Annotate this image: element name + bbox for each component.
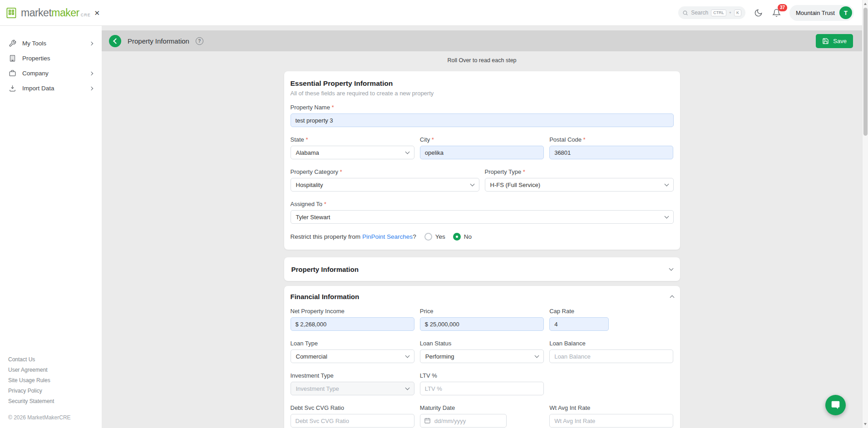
restrict-no-radio[interactable] xyxy=(453,233,461,241)
state-select[interactable]: Alabama xyxy=(291,146,414,159)
dark-mode-toggle[interactable] xyxy=(753,8,764,18)
chevron-left-icon xyxy=(113,38,119,44)
field-ltv: LTV % xyxy=(420,372,544,395)
search-input[interactable]: Search CTRL + K xyxy=(678,6,745,19)
field-property-type: Property Type H-FS (Full Service) xyxy=(485,168,674,192)
form-row: Net Property Income Price Cap Rate xyxy=(291,308,674,331)
marketmaker-logo[interactable]: marketmakerCRE xyxy=(5,7,91,19)
footer-link-privacy-policy[interactable]: Privacy Policy xyxy=(8,388,94,394)
property-category-select[interactable]: Hospitality xyxy=(291,178,479,192)
scrollbar-thumb[interactable] xyxy=(863,8,868,136)
chevron-right-icon xyxy=(89,71,93,75)
financial-information-card: Financial Information Net Property Incom… xyxy=(284,286,680,428)
building-icon xyxy=(9,54,16,62)
chevron-down-icon xyxy=(405,354,409,358)
loan-type-select[interactable]: Commercial xyxy=(291,349,414,363)
restrict-yes-label: Yes xyxy=(435,233,445,240)
header-actions: Search CTRL + K 37 Mountain Trust T xyxy=(678,5,854,21)
sidebar-item-label: Company xyxy=(22,70,84,77)
notification-badge: 37 xyxy=(778,4,787,11)
debt-svc-cvg-ratio-input[interactable] xyxy=(291,414,414,428)
chat-widget-button[interactable] xyxy=(825,395,846,415)
chat-bubble-icon xyxy=(831,400,840,410)
field-property-category: Property Category Hospitality xyxy=(291,168,479,192)
restrict-no-label: No xyxy=(464,233,472,240)
moon-icon xyxy=(754,9,763,17)
kbd-plus: + xyxy=(729,10,731,15)
scrollbar-down-arrow[interactable] xyxy=(863,421,868,427)
sidebar-item-company[interactable]: Company xyxy=(0,66,102,81)
loan-status-label: Loan Status xyxy=(420,340,544,347)
footer-link-contact-us[interactable]: Contact Us xyxy=(8,356,94,363)
property-type-select[interactable]: H-FS (Full Service) xyxy=(485,178,674,192)
form-row: Property Category Hospitality Property T… xyxy=(291,168,674,192)
net-property-income-input[interactable] xyxy=(291,317,414,331)
city-input[interactable] xyxy=(420,146,544,159)
form-row: Property Name xyxy=(291,104,674,127)
essential-property-card: Essential Property Information All of th… xyxy=(284,71,680,250)
loan-balance-input[interactable] xyxy=(549,349,673,363)
kbd-k: K xyxy=(734,10,741,16)
property-name-input[interactable] xyxy=(291,113,674,127)
property-type-label: Property Type xyxy=(485,168,674,175)
import-icon xyxy=(9,84,16,92)
chevron-down-icon xyxy=(470,182,474,187)
copyright: © 2026 MarketMakerCRE xyxy=(8,414,94,421)
search-placeholder: Search xyxy=(691,10,708,16)
notifications-button[interactable]: 37 xyxy=(771,8,782,18)
save-button[interactable]: Save xyxy=(816,34,853,48)
wt-avg-int-rate-input[interactable] xyxy=(549,414,673,428)
logo-text-market: market xyxy=(21,7,51,19)
restrict-text: Restrict this property from xyxy=(291,233,361,240)
sidebar-footer: Contact Us User Agreement Site Usage Rul… xyxy=(0,356,102,421)
investment-type-select[interactable]: Investment Type xyxy=(291,382,414,395)
state-label: State xyxy=(291,136,414,143)
price-input[interactable] xyxy=(420,317,544,331)
essential-card-subtitle: All of these fields are required to crea… xyxy=(291,90,674,97)
postal-code-label: Postal Code xyxy=(549,136,673,143)
logo-building-icon xyxy=(5,7,18,19)
sidebar-item-properties[interactable]: Properties xyxy=(0,51,102,66)
footer-link-site-usage-rules[interactable]: Site Usage Rules xyxy=(8,377,94,384)
maturity-date-wrapper xyxy=(420,414,507,428)
field-postal-code: Postal Code xyxy=(549,136,673,159)
footer-link-user-agreement[interactable]: User Agreement xyxy=(8,367,94,373)
back-button[interactable] xyxy=(109,35,121,47)
property-information-section-header[interactable]: Property Information xyxy=(284,257,680,281)
debt-svc-cvg-ratio-label: Debt Svc CVG Ratio xyxy=(291,404,414,411)
field-state: State Alabama xyxy=(291,136,414,159)
field-loan-type: Loan Type Commercial xyxy=(291,340,414,363)
logo-text-cre: CRE xyxy=(81,13,91,17)
rollover-hint: Roll Over to read each step xyxy=(447,57,516,64)
save-icon xyxy=(822,38,829,44)
assigned-to-label: Assigned To xyxy=(291,201,674,207)
cap-rate-input[interactable] xyxy=(549,317,609,331)
kbd-ctrl: CTRL xyxy=(711,10,726,16)
assigned-to-select[interactable]: Tyler Stewart xyxy=(291,210,674,224)
chevron-down-icon xyxy=(669,266,673,271)
page-title: Property Information xyxy=(128,37,189,45)
account-menu-button[interactable]: Mountain Trust T xyxy=(789,5,854,21)
loan-status-select[interactable]: Performing xyxy=(420,349,544,363)
scrollbar-up-arrow[interactable] xyxy=(863,1,868,7)
property-category-label: Property Category xyxy=(291,168,479,175)
postal-code-input[interactable] xyxy=(549,146,673,159)
pinpoint-searches-link[interactable]: PinPoint Searches xyxy=(362,233,413,240)
sidebar-item-my-tools[interactable]: My Tools xyxy=(0,36,102,51)
main-scroll-region[interactable]: Roll Over to read each step Essential Pr… xyxy=(102,51,862,428)
field-assigned-to: Assigned To Tyler Stewart xyxy=(291,201,674,224)
field-loan-status: Loan Status Performing xyxy=(420,340,544,363)
ltv-input[interactable] xyxy=(420,382,544,395)
restrict-yes-radio[interactable] xyxy=(424,233,432,241)
close-menu-icon[interactable]: ✕ xyxy=(92,8,102,18)
top-header: marketmakerCRE ✕ Search CTRL + K xyxy=(0,0,862,26)
financial-section-header[interactable]: Financial Information xyxy=(291,293,674,300)
field-property-name: Property Name xyxy=(291,104,674,127)
help-icon[interactable]: ? xyxy=(196,37,203,45)
restrict-row: Restrict this property from PinPoint Sea… xyxy=(291,233,674,241)
sidebar-item-import-data[interactable]: Import Data xyxy=(0,81,102,96)
footer-link-security-statement[interactable]: Security Statement xyxy=(8,398,94,404)
maturity-date-input[interactable] xyxy=(420,414,507,428)
app-window: marketmakerCRE ✕ Search CTRL + K xyxy=(0,0,868,428)
sidebar-item-label: My Tools xyxy=(22,40,84,47)
